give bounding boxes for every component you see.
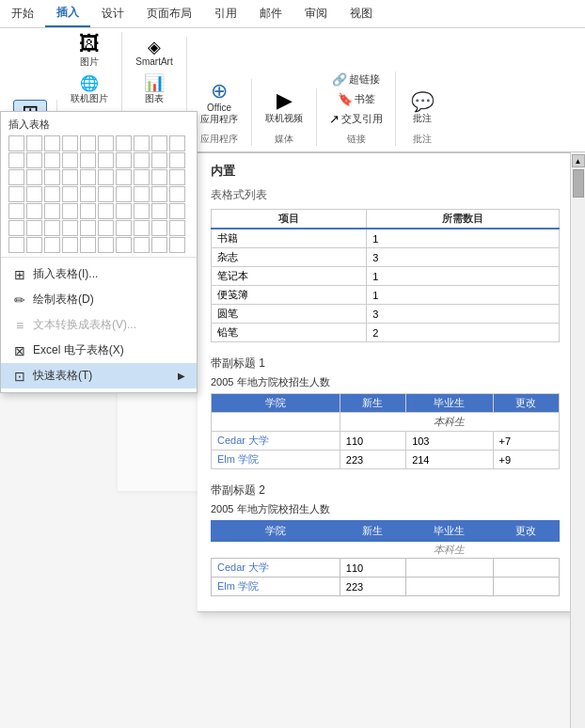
grid-cell[interactable] bbox=[62, 203, 78, 219]
grid-cell[interactable] bbox=[116, 237, 132, 253]
grid-cell[interactable] bbox=[98, 186, 114, 202]
grid-cell[interactable] bbox=[62, 237, 78, 253]
grid-cell[interactable] bbox=[62, 220, 78, 236]
cross-ref-button[interactable]: ↗ 交叉引用 bbox=[326, 111, 386, 127]
grid-cell[interactable] bbox=[134, 169, 150, 185]
grid-cell[interactable] bbox=[80, 135, 96, 151]
grid-cell[interactable] bbox=[62, 135, 78, 151]
smartart-button[interactable]: ◈ SmartArt bbox=[132, 37, 176, 69]
grid-cell[interactable] bbox=[26, 237, 42, 253]
grid-cell[interactable] bbox=[8, 186, 24, 202]
tab-review[interactable]: 审阅 bbox=[293, 0, 339, 27]
grid-cell[interactable] bbox=[116, 135, 132, 151]
table-grid[interactable] bbox=[8, 135, 189, 253]
menu-quick-table[interactable]: ⊡ 快速表格(T) ▶ bbox=[1, 363, 197, 388]
office-app-button[interactable]: ⊕ Office应用程序 bbox=[197, 79, 242, 127]
grid-cell[interactable] bbox=[44, 169, 60, 185]
grid-cell[interactable] bbox=[116, 203, 132, 219]
tab-view[interactable]: 视图 bbox=[339, 0, 384, 27]
grid-cell[interactable] bbox=[98, 220, 114, 236]
grid-cell[interactable] bbox=[134, 203, 150, 219]
grid-cell[interactable] bbox=[8, 135, 24, 151]
grid-cell[interactable] bbox=[80, 152, 96, 168]
grid-cell[interactable] bbox=[26, 152, 42, 168]
grid-cell[interactable] bbox=[151, 186, 167, 202]
grid-cell[interactable] bbox=[44, 237, 60, 253]
grid-cell[interactable] bbox=[134, 135, 150, 151]
grid-cell[interactable] bbox=[98, 237, 114, 253]
grid-cell[interactable] bbox=[151, 237, 167, 253]
tab-insert[interactable]: 插入 bbox=[45, 0, 90, 27]
grid-cell[interactable] bbox=[169, 152, 185, 168]
grid-section: 插入表格 bbox=[1, 112, 197, 257]
scrollbar-thumb[interactable] bbox=[573, 169, 584, 198]
tab-mailings[interactable]: 邮件 bbox=[248, 0, 293, 27]
grid-cell[interactable] bbox=[116, 169, 132, 185]
grid-cell[interactable] bbox=[8, 152, 24, 168]
preview-table-1: 项目 所需数目 书籍1杂志3笔记本1便笺簿1圆笔3铅笔2 bbox=[211, 209, 560, 342]
grid-cell[interactable] bbox=[8, 220, 24, 236]
grid-cell[interactable] bbox=[98, 169, 114, 185]
grid-cell[interactable] bbox=[98, 135, 114, 151]
grid-cell[interactable] bbox=[62, 169, 78, 185]
grid-cell[interactable] bbox=[62, 152, 78, 168]
grid-cell[interactable] bbox=[151, 220, 167, 236]
table-row: 3 bbox=[367, 305, 560, 324]
grid-cell[interactable] bbox=[169, 237, 185, 253]
grid-cell[interactable] bbox=[80, 169, 96, 185]
grid-cell[interactable] bbox=[98, 203, 114, 219]
grid-cell[interactable] bbox=[80, 186, 96, 202]
grid-cell[interactable] bbox=[116, 186, 132, 202]
online-video-button[interactable]: ▶ 联机视频 bbox=[261, 88, 307, 127]
grid-cell[interactable] bbox=[44, 203, 60, 219]
grid-cell[interactable] bbox=[80, 203, 96, 219]
ribbon: 开始 插入 设计 页面布局 引用 邮件 审阅 视图 ⊞ 表格 🖼 图片 🌐 联机… bbox=[0, 0, 585, 152]
grid-cell[interactable] bbox=[151, 169, 167, 185]
grid-cell[interactable] bbox=[44, 220, 60, 236]
grid-cell[interactable] bbox=[26, 203, 42, 219]
comment-button[interactable]: 💬 批注 bbox=[405, 90, 439, 127]
bookmark-button[interactable]: 🔖 书签 bbox=[335, 91, 378, 107]
grid-cell[interactable] bbox=[151, 135, 167, 151]
grid-cell[interactable] bbox=[44, 186, 60, 202]
grid-cell[interactable] bbox=[26, 169, 42, 185]
grid-cell[interactable] bbox=[169, 186, 185, 202]
grid-cell[interactable] bbox=[26, 135, 42, 151]
grid-cell[interactable] bbox=[44, 135, 60, 151]
menu-insert-table[interactable]: ⊞ 插入表格(I)... bbox=[1, 261, 197, 287]
menu-excel-table[interactable]: ⊠ Excel 电子表格(X) bbox=[1, 338, 197, 363]
grid-cell[interactable] bbox=[134, 152, 150, 168]
grid-cell[interactable] bbox=[169, 135, 185, 151]
menu-draw-table[interactable]: ✏ 绘制表格(D) bbox=[1, 287, 197, 312]
picture-button[interactable]: 🖼 图片 bbox=[72, 32, 106, 71]
hyperlink-button[interactable]: 🔗 超链接 bbox=[329, 71, 383, 87]
scroll-up-button[interactable]: ▲ bbox=[572, 154, 585, 167]
grid-cell[interactable] bbox=[80, 220, 96, 236]
tab-references[interactable]: 引用 bbox=[203, 0, 248, 27]
grid-cell[interactable] bbox=[26, 220, 42, 236]
grid-cell[interactable] bbox=[169, 220, 185, 236]
grid-cell[interactable] bbox=[62, 186, 78, 202]
grid-cell[interactable] bbox=[134, 220, 150, 236]
grid-cell[interactable] bbox=[169, 203, 185, 219]
tab-design[interactable]: 设计 bbox=[90, 0, 135, 27]
grid-cell[interactable] bbox=[151, 152, 167, 168]
grid-cell[interactable] bbox=[8, 237, 24, 253]
grid-cell[interactable] bbox=[26, 186, 42, 202]
grid-cell[interactable] bbox=[134, 237, 150, 253]
grid-cell[interactable] bbox=[134, 186, 150, 202]
online-picture-button[interactable]: 🌐 联机图片 bbox=[67, 74, 112, 107]
grid-cell[interactable] bbox=[151, 203, 167, 219]
chart-button[interactable]: 📊 图表 bbox=[137, 72, 171, 107]
grid-cell[interactable] bbox=[8, 203, 24, 219]
grid-cell[interactable] bbox=[116, 152, 132, 168]
grid-cell[interactable] bbox=[8, 169, 24, 185]
tab-home[interactable]: 开始 bbox=[0, 0, 45, 27]
tab-page-layout[interactable]: 页面布局 bbox=[135, 0, 203, 27]
grid-cell[interactable] bbox=[80, 237, 96, 253]
grid-cell[interactable] bbox=[116, 220, 132, 236]
grid-cell[interactable] bbox=[44, 152, 60, 168]
grid-cell[interactable] bbox=[98, 152, 114, 168]
grid-cell[interactable] bbox=[169, 169, 185, 185]
draw-table-icon: ✏ bbox=[12, 293, 27, 308]
